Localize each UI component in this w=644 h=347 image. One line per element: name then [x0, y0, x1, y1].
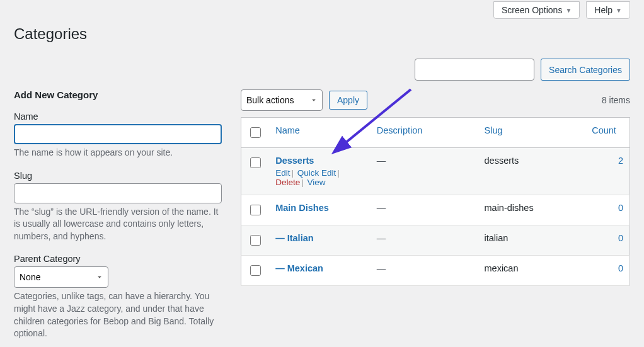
bulk-actions-select[interactable]: Bulk actions: [241, 89, 323, 111]
screen-options-button[interactable]: Screen Options ▼: [493, 1, 580, 19]
table-row: Desserts Edit| Quick Edit| Delete| View …: [241, 148, 630, 195]
chevron-down-icon: ▼: [616, 7, 622, 14]
slug-help: The “slug” is the URL-friendly version o…: [14, 206, 222, 243]
add-new-heading: Add New Category: [14, 89, 222, 100]
row-checkbox[interactable]: [250, 235, 261, 246]
description-cell: —: [377, 263, 386, 273]
slug-label: Slug: [14, 171, 222, 181]
category-title-link[interactable]: — Italian: [275, 233, 313, 243]
help-label: Help: [594, 5, 612, 15]
count-link[interactable]: 2: [618, 156, 623, 166]
row-actions: Edit| Quick Edit| Delete| View: [275, 168, 364, 187]
apply-button[interactable]: Apply: [329, 91, 367, 110]
name-help: The name is how it appears on your site.: [14, 147, 222, 159]
select-all-checkbox[interactable]: [250, 127, 261, 138]
category-title-link[interactable]: Main Dishes: [275, 203, 329, 213]
category-title-link[interactable]: Desserts: [275, 156, 314, 166]
items-count: 8 items: [602, 95, 630, 105]
row-checkbox[interactable]: [250, 265, 261, 276]
slug-cell: desserts: [485, 156, 519, 166]
page-title: Categories: [14, 25, 630, 43]
name-input[interactable]: [14, 124, 222, 144]
row-checkbox[interactable]: [250, 157, 261, 168]
quick-edit-link[interactable]: Quick Edit: [297, 168, 336, 178]
table-row: — Mexican — mexican 0: [241, 256, 630, 286]
search-input[interactable]: [415, 59, 534, 81]
count-link[interactable]: 0: [618, 203, 623, 213]
delete-link[interactable]: Delete: [275, 178, 300, 187]
table-row: — Italian — italian 0: [241, 225, 630, 256]
slug-input[interactable]: [14, 183, 222, 203]
category-title-link[interactable]: — Mexican: [275, 263, 323, 273]
table-row: Main Dishes — main-dishes 0: [241, 195, 630, 225]
name-label: Name: [14, 111, 222, 122]
chevron-down-icon: ▼: [565, 7, 572, 14]
search-categories-button[interactable]: Search Categories: [541, 59, 630, 81]
screen-options-label: Screen Options: [502, 5, 563, 15]
col-slug-header[interactable]: Slug: [485, 125, 503, 135]
row-checkbox[interactable]: [250, 205, 261, 215]
description-cell: —: [377, 233, 386, 243]
slug-cell: mexican: [485, 263, 519, 273]
slug-cell: main-dishes: [485, 203, 534, 213]
description-cell: —: [377, 156, 386, 166]
help-button[interactable]: Help ▼: [586, 1, 630, 19]
edit-link[interactable]: Edit: [275, 168, 290, 178]
description-cell: —: [377, 203, 386, 213]
parent-help: Categories, unlike tags, can have a hier…: [14, 290, 222, 339]
col-name-header[interactable]: Name: [275, 125, 300, 135]
col-count-header[interactable]: Count: [592, 125, 616, 135]
count-link[interactable]: 0: [618, 263, 623, 273]
view-link[interactable]: View: [307, 178, 325, 187]
parent-select[interactable]: None: [14, 266, 108, 288]
parent-label: Parent Category: [14, 254, 222, 264]
count-link[interactable]: 0: [618, 233, 623, 243]
slug-cell: italian: [485, 233, 509, 243]
col-description-header[interactable]: Description: [377, 125, 423, 135]
